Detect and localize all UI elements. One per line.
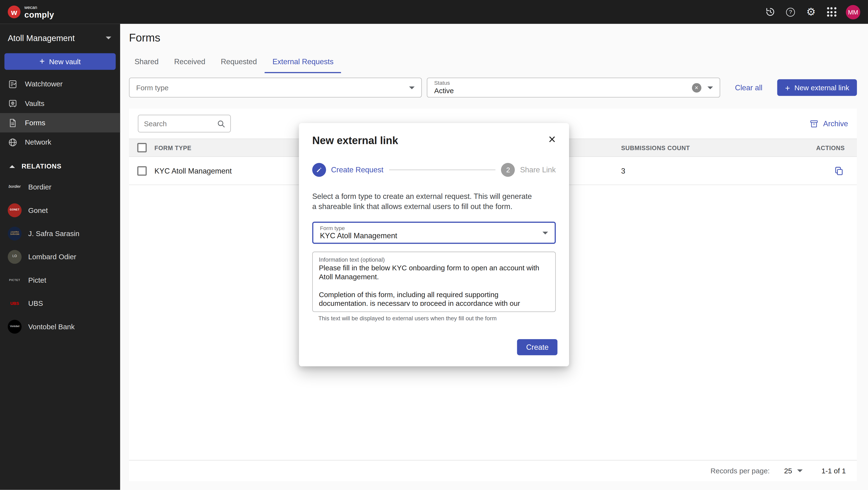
screen: w wecan comply ? ⚙ MM Atoll Management [0, 0, 868, 490]
page-title: Forms [129, 32, 160, 45]
step-create-request: Create Request [312, 163, 383, 177]
user-avatar[interactable]: MM [846, 5, 860, 19]
pencil-icon [316, 166, 323, 174]
history-icon[interactable] [764, 6, 776, 18]
sidebar-item-label: Network [25, 138, 51, 146]
globe-icon [8, 137, 18, 147]
information-text-field: Information text (optional) Please fill … [312, 252, 556, 312]
topbar: w wecan comply ? ⚙ MM [0, 0, 868, 24]
relations-header-label: RELATIONS [22, 163, 61, 170]
relation-item-gonet[interactable]: GONET Gonet [0, 198, 120, 222]
relation-label: UBS [28, 299, 43, 307]
relation-item-pictet[interactable]: PICTET Pictet [0, 268, 120, 291]
tab-external-requests[interactable]: External Requests [265, 51, 341, 73]
step-connector [389, 170, 496, 170]
dialog-description: Select a form type to create an external… [312, 192, 533, 212]
search-icon [217, 119, 226, 128]
wecan-logo-icon: w [8, 5, 21, 18]
clear-all-link[interactable]: Clear all [735, 84, 763, 92]
records-per-page-select[interactable]: 25 [784, 467, 803, 475]
close-icon[interactable]: × [548, 133, 556, 146]
clear-status-icon[interactable]: × [692, 83, 701, 92]
pagination-range: 1-1 of 1 [822, 467, 846, 475]
relation-item-j-safra-sarasin[interactable]: J.SAFRA SARASIN J. Safra Sarasin [0, 222, 120, 245]
relation-label: J. Safra Sarasin [28, 229, 79, 237]
relations-section-toggle[interactable]: RELATIONS [0, 157, 120, 175]
brand-top-label: wecan [24, 5, 54, 10]
brand-text: wecan comply [24, 5, 54, 19]
pictet-logo: PICTET [8, 273, 22, 287]
create-button[interactable]: Create [517, 339, 557, 355]
relation-item-ubs[interactable]: UBS UBS [0, 292, 120, 315]
tab-received[interactable]: Received [166, 51, 213, 73]
search-box [138, 115, 231, 132]
sidebar-item-vaults[interactable]: Vaults [0, 94, 120, 113]
row-checkbox[interactable] [137, 166, 146, 175]
sidebar-item-label: Vaults [25, 99, 44, 108]
step-2-circle: 2 [501, 163, 515, 177]
column-header-submissions-count: SUBMISSIONS COUNT [597, 144, 796, 151]
archive-link[interactable]: Archive [809, 119, 848, 128]
sidebar: Atoll Management + New vault Watchtower … [0, 24, 120, 490]
chevron-down-icon [707, 86, 713, 89]
relation-item-lombard-odier[interactable]: LO Lombard Odier [0, 245, 120, 268]
chevron-down-icon [542, 232, 548, 234]
new-external-link-dialog: New external link × Create Request 2 Sha… [299, 123, 569, 367]
records-per-page-label: Records per page: [711, 467, 770, 475]
status-filter-label: Status [434, 80, 454, 87]
form-type-filter-label: Form type [136, 84, 168, 92]
new-external-link-label: New external link [795, 84, 849, 92]
sidebar-item-forms[interactable]: Forms [0, 113, 120, 132]
search-input[interactable] [144, 119, 217, 128]
sidebar-item-watchtower[interactable]: Watchtower [0, 74, 120, 94]
step-share-link: 2 Share Link [501, 163, 556, 177]
vontobel-logo: Vontobel [8, 320, 22, 333]
plus-icon: + [39, 57, 44, 66]
bordier-logo: bordier [8, 180, 22, 194]
pagination-bar: Records per page: 25 1-1 of 1 [129, 460, 857, 481]
information-text-input[interactable]: Please fill in the below KYC onboarding … [319, 263, 549, 306]
step-2-label: Share Link [520, 166, 556, 174]
relation-item-vontobel[interactable]: Vontobel Vontobel Bank [0, 315, 120, 338]
sidebar-item-label: Watchtower [25, 80, 62, 88]
step-1-circle [312, 163, 326, 177]
apps-grid-icon[interactable] [825, 6, 838, 18]
dialog-title: New external link [312, 135, 398, 147]
form-type-filter[interactable]: Form type [129, 78, 422, 97]
copy-link-icon[interactable] [833, 165, 845, 177]
archive-icon [809, 119, 819, 128]
lombard-odier-logo: LO [8, 250, 22, 263]
status-filter-value: Active [434, 87, 454, 95]
topbar-actions: ? ⚙ MM [764, 5, 860, 19]
settings-gear-icon[interactable]: ⚙ [805, 6, 817, 18]
relation-label: Bordier [28, 182, 51, 191]
j-safra-sarasin-logo: J.SAFRA SARASIN [8, 226, 22, 240]
form-type-select-value: KYC Atoll Management [320, 232, 397, 241]
archive-label: Archive [823, 119, 848, 128]
new-vault-button[interactable]: + New vault [4, 53, 116, 70]
ubs-logo: UBS [8, 296, 22, 310]
new-external-link-button[interactable]: + New external link [777, 79, 857, 96]
plus-icon: + [785, 84, 790, 92]
sidebar-item-label: Forms [25, 118, 45, 127]
chevron-down-icon [106, 36, 112, 39]
tab-shared[interactable]: Shared [127, 51, 166, 73]
gonet-logo: GONET [8, 203, 22, 217]
chevron-down-icon [797, 469, 803, 472]
step-1-label: Create Request [331, 166, 383, 174]
tab-requested[interactable]: Requested [213, 51, 265, 73]
relation-label: Gonet [28, 206, 48, 214]
chevron-down-icon [409, 86, 415, 89]
sidebar-item-network[interactable]: Network [0, 133, 120, 152]
relation-item-bordier[interactable]: bordier Bordier [0, 175, 120, 198]
status-filter[interactable]: Status Active × [427, 78, 720, 97]
chevron-up-icon [9, 165, 15, 168]
forms-tabs: Shared Received Requested External Reque… [127, 51, 341, 73]
workspace-name: Atoll Management [8, 33, 75, 42]
workspace-switcher[interactable]: Atoll Management [0, 24, 120, 52]
vault-icon [8, 98, 18, 108]
watchtower-icon [8, 79, 18, 89]
select-all-checkbox[interactable] [137, 143, 146, 152]
help-icon[interactable]: ? [784, 6, 797, 18]
form-type-select[interactable]: Form type KYC Atoll Management [312, 222, 556, 244]
